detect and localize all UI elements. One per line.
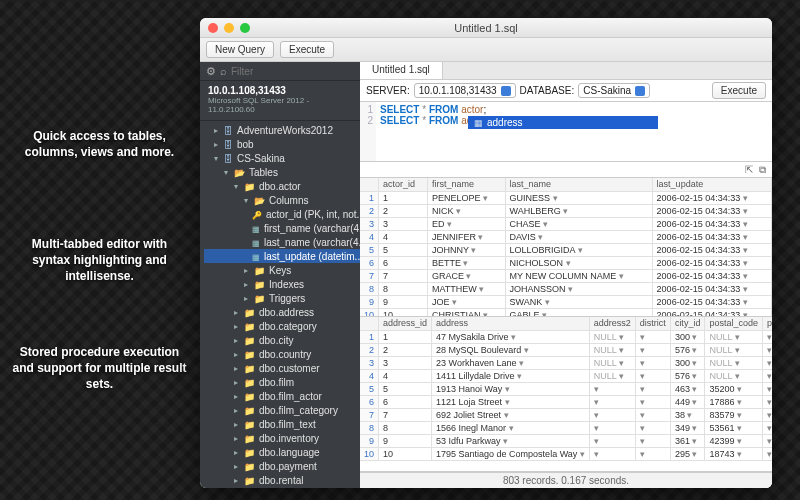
copy-icon[interactable]: ⧉ <box>759 164 766 176</box>
column-header[interactable]: address <box>432 317 590 330</box>
window-title: Untitled 1.sql <box>200 22 772 34</box>
promo-text-3: Stored procedure execution and support f… <box>12 344 187 393</box>
server-version: Microsoft SQL Server 2012 - 11.0.2100.60 <box>208 96 352 114</box>
column-header[interactable]: first_name <box>427 178 505 191</box>
server-label: SERVER: <box>366 85 410 96</box>
table-row[interactable]: 44JENNIFERDAVIS2006-02-15 04:34:33 <box>360 230 772 243</box>
gear-icon[interactable]: ⚙ <box>206 65 216 77</box>
table-row[interactable]: 11PENELOPEGUINESS2006-02-15 04:34:33 <box>360 191 772 204</box>
columns-node[interactable]: ▾Columns <box>204 193 360 207</box>
db-node[interactable]: ▸bob <box>204 137 360 151</box>
db-node[interactable]: ▾CS-Sakina <box>204 151 360 165</box>
table-row[interactable]: 33EDCHASE2006-02-15 04:34:33 <box>360 217 772 230</box>
autocomplete-item[interactable]: address <box>468 116 658 129</box>
column-header[interactable]: actor_id <box>379 178 428 191</box>
database-select[interactable]: CS-Sakina <box>578 83 650 98</box>
column-header[interactable]: address2 <box>589 317 635 330</box>
object-tree: ▸AdventureWorks2012 ▸bob ▾CS-Sakina ▾Tab… <box>200 121 360 488</box>
titlebar: Untitled 1.sql <box>200 18 772 38</box>
sidebar: ⚙ ⌕ 10.0.1.108,31433 Microsoft SQL Serve… <box>200 62 360 488</box>
column-node[interactable]: actor_id (PK, int, not... <box>204 207 360 221</box>
app-window: Untitled 1.sql New Query Execute ⚙ ⌕ 10.… <box>200 18 772 488</box>
table-node[interactable]: ▸dbo.film <box>204 375 360 389</box>
column-node[interactable]: last_update (datetim... <box>204 249 360 263</box>
table-row[interactable]: 10101795 Santiago de Compostela Way29518… <box>360 447 772 460</box>
results-grid-2[interactable]: address_idaddressaddress2districtcity_id… <box>360 317 772 471</box>
promo-text-2: Multi-tabbed editor with syntax highligh… <box>12 236 187 285</box>
table-node[interactable]: ▸dbo.staff <box>204 487 360 488</box>
sql-editor[interactable]: 12 SELECT * FROM actor; SELECT * FROM ad… <box>360 102 772 162</box>
table-row[interactable]: 661121 Loja Street449178862006-02-15 04:… <box>360 395 772 408</box>
server-info: 10.0.1.108,31433 Microsoft SQL Server 20… <box>200 81 360 121</box>
table-node[interactable]: ▸dbo.city <box>204 333 360 347</box>
search-icon: ⌕ <box>220 65 227 77</box>
toolbar: New Query Execute <box>200 38 772 62</box>
table-row[interactable]: 55JOHNNYLOLLOBRIGIDA2006-02-15 04:34:33 <box>360 243 772 256</box>
table-node[interactable]: ▸dbo.country <box>204 347 360 361</box>
status-bar: 803 records. 0.167 seconds. <box>360 472 772 488</box>
new-query-button[interactable]: New Query <box>206 41 274 58</box>
execute-button[interactable]: Execute <box>712 82 766 99</box>
triggers-node[interactable]: ▸Triggers <box>204 291 360 305</box>
column-header[interactable]: last_name <box>505 178 652 191</box>
table-node[interactable]: ▸dbo.rental <box>204 473 360 487</box>
promo-text-1: Quick access to tables, columns, views a… <box>12 128 187 160</box>
table-node[interactable]: ▸dbo.film_text <box>204 417 360 431</box>
tables-node[interactable]: ▾Tables <box>204 165 360 179</box>
column-header[interactable]: district <box>635 317 670 330</box>
table-row[interactable]: 881566 Inegl Manor349535612006-02-15 04:… <box>360 421 772 434</box>
table-row[interactable]: 77692 Joliet Street38835792006-02-15 04:… <box>360 408 772 421</box>
execute-button[interactable]: Execute <box>280 41 334 58</box>
results-grid-1[interactable]: actor_idfirst_namelast_namelast_update11… <box>360 178 772 316</box>
keys-node[interactable]: ▸Keys <box>204 263 360 277</box>
table-node[interactable]: ▸dbo.inventory <box>204 431 360 445</box>
table-row[interactable]: 22NICKWAHLBERG2006-02-15 04:34:33 <box>360 204 772 217</box>
column-node[interactable]: first_name (varchar(4... <box>204 221 360 235</box>
table-node[interactable]: ▸dbo.category <box>204 319 360 333</box>
export-icon[interactable]: ⇱ <box>745 164 753 175</box>
table-row[interactable]: 77GRACEMY NEW COLUMN NAME2006-02-15 04:3… <box>360 269 772 282</box>
table-row[interactable]: 99JOESWANK2006-02-15 04:34:33 <box>360 295 772 308</box>
table-row[interactable]: 2228 MySQL BoulevardNULL576NULL2006-02-1… <box>360 343 772 356</box>
column-header[interactable]: last_update <box>652 178 771 191</box>
editor-tab[interactable]: Untitled 1.sql <box>360 62 443 79</box>
column-node[interactable]: last_name (varchar(4... <box>204 235 360 249</box>
dropdown-icon <box>635 86 645 96</box>
server-select[interactable]: 10.0.1.108,31433 <box>414 83 516 98</box>
connection-bar: SERVER: 10.0.1.108,31433 DATABASE: CS-Sa… <box>360 80 772 102</box>
table-row[interactable]: 1147 MySakila DriveNULL300NULL2006-02-15… <box>360 330 772 343</box>
results-toolbar: ⇱ ⧉ <box>360 162 772 178</box>
server-host: 10.0.1.108,31433 <box>208 85 352 96</box>
dropdown-icon <box>501 86 511 96</box>
column-header[interactable]: postal_code <box>705 317 763 330</box>
table-node[interactable]: ▸dbo.customer <box>204 361 360 375</box>
indexes-node[interactable]: ▸Indexes <box>204 277 360 291</box>
table-row[interactable]: 1010CHRISTIANGABLE2006-02-15 04:34:33 <box>360 308 772 316</box>
table-row[interactable]: 66BETTENICHOLSON2006-02-15 04:34:33 <box>360 256 772 269</box>
column-header[interactable]: city_id <box>670 317 705 330</box>
filter-input[interactable] <box>231 66 358 77</box>
table-node[interactable]: ▸dbo.language <box>204 445 360 459</box>
table-node[interactable]: ▸dbo.address <box>204 305 360 319</box>
main-pane: Untitled 1.sql SERVER: 10.0.1.108,31433 … <box>360 62 772 488</box>
table-row[interactable]: 3323 Workhaven LaneNULL300NULL2006-02-15… <box>360 356 772 369</box>
db-node[interactable]: ▸AdventureWorks2012 <box>204 123 360 137</box>
table-node[interactable]: ▾dbo.actor <box>204 179 360 193</box>
table-node[interactable]: ▸dbo.payment <box>204 459 360 473</box>
column-header[interactable]: address_id <box>379 317 432 330</box>
table-row[interactable]: 441411 Lillydale DriveNULL576NULL2006-02… <box>360 369 772 382</box>
table-row[interactable]: 551913 Hanoi Way463352002006-02-15 04:45… <box>360 382 772 395</box>
table-row[interactable]: 88MATTHEWJOHANSSON2006-02-15 04:34:33 <box>360 282 772 295</box>
database-label: DATABASE: <box>520 85 575 96</box>
column-header[interactable]: phone <box>762 317 772 330</box>
table-row[interactable]: 9953 Idfu Parkway361423992006-02-15 04:4… <box>360 434 772 447</box>
table-node[interactable]: ▸dbo.film_category <box>204 403 360 417</box>
table-node[interactable]: ▸dbo.film_actor <box>204 389 360 403</box>
